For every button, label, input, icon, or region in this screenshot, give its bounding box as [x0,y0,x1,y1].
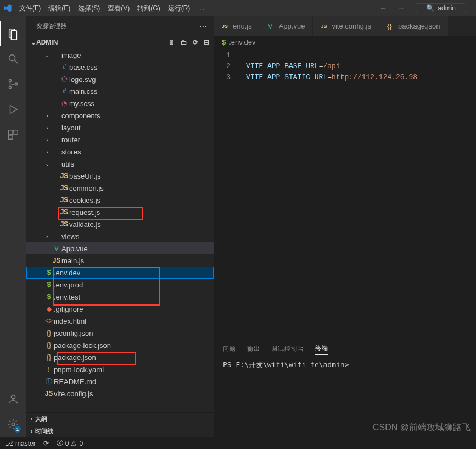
file-row[interactable]: JSrequest.js [26,206,214,218]
menu-item[interactable]: 文件(F) [15,0,44,16]
chevron-right-icon: › [43,234,52,240]
panel-tabs: 问题输出调试控制台终端 [214,340,476,357]
workspace-root[interactable]: ⌄ ADMIN 🗎 🗀 ⟳ ⊟ [26,36,214,49]
folder-row[interactable]: ⌄image [26,49,214,61]
nav-back-icon[interactable]: ← [379,4,387,13]
file-row[interactable]: ◆.gitignore [26,303,214,315]
file-label: base.css [69,63,97,71]
svg-line-3 [15,60,18,64]
folder-row[interactable]: ›stores [26,146,214,158]
folder-row[interactable]: ›views [26,230,214,242]
folder-row[interactable]: ›layout [26,121,214,134]
activity-extensions-icon[interactable] [0,122,26,147]
file-label: validate.js [69,220,101,229]
editor-tab[interactable]: {}package.json [379,16,449,36]
file-row[interactable]: JScommon.js [26,182,214,194]
nav-forward-icon[interactable]: → [397,4,405,13]
file-row[interactable]: JScookies.js [26,194,214,206]
new-folder-icon[interactable]: 🗀 [181,38,187,46]
panel-tab[interactable]: 问题 [223,342,236,355]
timeline-section[interactable]: › 时间线 [26,425,214,437]
svg-marker-7 [10,106,18,114]
file-row[interactable]: ◔my.scss [26,97,214,109]
activity-search-icon[interactable] [0,46,26,71]
editor-tab[interactable]: JSenu.js [214,16,260,36]
activity-scm-icon[interactable] [0,71,26,97]
collapse-icon[interactable]: ⊟ [204,38,209,46]
bottom-panel: 问题输出调试控制台终端 PS E:\开发\wifi\wifi-fe\admin> [214,340,476,437]
file-row[interactable]: {}jsconfig.json [26,327,214,339]
menu-item[interactable]: … [194,0,208,16]
chevron-right-icon: › [43,113,52,119]
vscode-logo-icon [0,1,15,16]
scm-branch[interactable]: ⎇ master [5,440,36,447]
sync-button[interactable]: ⟳ [43,440,49,447]
command-center-search[interactable]: 🔍 admin [416,3,466,13]
css-icon: # [59,63,69,71]
file-row[interactable]: ⓘREADME.md [26,375,214,387]
file-label: stores [61,148,81,156]
menu-item[interactable]: 查看(V) [104,0,133,16]
explorer-more-icon[interactable]: ⋯ [199,22,207,31]
file-label: layout [61,124,81,132]
folder-row[interactable]: ›router [26,134,214,146]
file-row[interactable]: !pnpm-lock.yaml [26,363,214,375]
js-icon: JS [59,196,69,204]
breadcrumb[interactable]: $ .env.dev [214,36,476,48]
css-icon: # [59,87,69,95]
file-row[interactable]: ⬠logo.svg [26,73,214,85]
vue-icon: V [268,22,276,30]
folder-row[interactable]: ›components [26,109,214,121]
file-label: router [61,136,80,144]
file-row[interactable]: #main.css [26,85,214,97]
chevron-right-icon: › [31,428,33,434]
code-editor[interactable]: 1 2 3 VITE_APP_BASE_URL=/apiVITE_APP_STA… [214,48,476,340]
json-icon: {} [44,341,54,349]
activity-account-icon[interactable] [0,386,26,412]
panel-tab[interactable]: 终端 [315,342,328,355]
activity-debug-icon[interactable] [0,97,26,122]
file-label: vite.config.js [54,390,93,398]
file-row[interactable]: VApp.vue [26,242,214,254]
editor-tab[interactable]: VApp.vue [260,16,313,36]
chevron-right-icon: › [43,125,52,131]
file-row[interactable]: JSmain.js [26,254,214,267]
file-row[interactable]: {}package.json [26,351,214,363]
file-label: jsconfig.json [54,329,93,337]
new-file-icon[interactable]: 🗎 [169,38,175,46]
menu-item[interactable]: 选择(S) [74,0,104,16]
problems-status[interactable]: ⓧ 0 ⚠ 0 [57,439,83,448]
menu-bar: 文件(F)编辑(E)选择(S)查看(V)转到(G)运行(R)… [15,0,208,16]
editor-tab[interactable]: JSvite.config.js [313,16,379,36]
file-row[interactable]: JSbaseUrl.js [26,170,214,182]
terminal[interactable]: PS E:\开发\wifi\wifi-fe\admin> [214,357,476,437]
menu-item[interactable]: 转到(G) [133,0,164,16]
panel-tab[interactable]: 输出 [247,342,260,355]
file-row[interactable]: $.env.test [26,291,214,303]
file-row[interactable]: JSvalidate.js [26,218,214,230]
file-row[interactable]: JSvite.config.js [26,387,214,400]
folder-row[interactable]: ⌄utils [26,158,214,170]
branch-icon: ⎇ [5,440,13,447]
outline-section[interactable]: › 大纲 [26,413,214,425]
file-tree[interactable]: ⌄image#base.css⬠logo.svg#main.css◔my.scs… [26,49,214,412]
tab-label: vite.config.js [332,22,371,30]
editor-area: JSenu.jsVApp.vueJSvite.config.js{}packag… [214,16,476,437]
activity-explorer-icon[interactable] [0,21,26,46]
menu-item[interactable]: 编辑(E) [44,0,74,16]
sync-icon: ⟳ [43,440,49,447]
file-row[interactable]: $.env.dev [26,267,214,279]
menu-item[interactable]: 运行(R) [164,0,194,16]
file-row[interactable]: #base.css [26,61,214,73]
refresh-icon[interactable]: ⟳ [193,38,198,46]
panel-tab[interactable]: 调试控制台 [271,342,304,355]
file-row[interactable]: <>index.html [26,315,214,327]
activity-settings-icon[interactable]: 1 [0,412,26,437]
code-content[interactable]: VITE_APP_BASE_URL=/apiVITE_APP_STATIC_UR… [237,48,417,340]
file-label: image [61,51,81,59]
file-row[interactable]: {}package-lock.json [26,339,214,351]
file-label: .env.test [54,293,80,301]
search-icon: 🔍 [426,4,434,12]
workspace-name: ADMIN [36,38,58,46]
file-row[interactable]: $.env.prod [26,279,214,291]
